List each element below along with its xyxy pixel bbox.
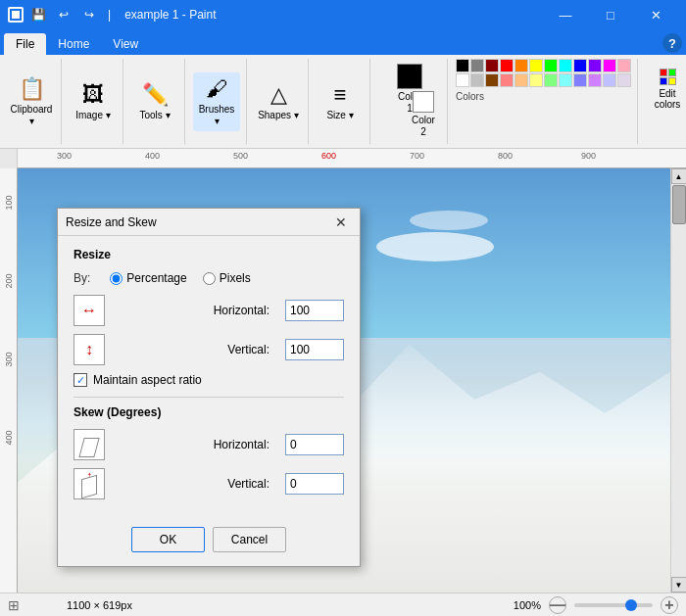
horizontal-skew-icon-box: ↔ (74, 429, 105, 460)
ruler-tick: 700 (410, 151, 424, 161)
skew-parallelogram-v-icon (81, 475, 97, 498)
help-button[interactable]: ? (662, 33, 682, 53)
dimensions-display: 1100 × 619px (67, 599, 132, 611)
dialog-footer: OK Cancel (58, 519, 360, 566)
maintain-aspect-ratio-checkbox[interactable]: ✓ (74, 373, 87, 387)
ruler-tick: 600 (321, 151, 336, 161)
vertical-skew-input[interactable] (285, 473, 344, 495)
dialog-close-button[interactable]: ✕ (330, 212, 352, 233)
ribbon-group-edit-colors: Edit colors (640, 59, 686, 144)
ruler-tick: 500 (233, 151, 248, 161)
palette-cell[interactable] (485, 59, 499, 72)
scroll-track[interactable] (671, 184, 686, 577)
clipboard-button[interactable]: 📋 Clipboard (8, 72, 55, 131)
size-label: Size (326, 110, 353, 121)
maintain-aspect-ratio-label[interactable]: ✓ Maintain aspect ratio (74, 373, 344, 387)
edit-colors-button[interactable]: Edit colors (646, 59, 686, 119)
tools-button[interactable]: ✏️ Tools (131, 72, 178, 131)
tools-icon: ✏️ (142, 82, 169, 108)
close-button[interactable]: ✕ (633, 0, 678, 29)
tab-home[interactable]: Home (46, 33, 101, 55)
size-button[interactable]: ≡ Size (317, 72, 364, 131)
palette-cell[interactable] (514, 73, 528, 87)
shapes-button[interactable]: △ Shapes (255, 72, 302, 131)
status-left: ⊞ 1100 × 619px (8, 597, 502, 613)
title-bar: 💾 ↩ ↪ | example 1 - Paint — □ ✕ (0, 0, 686, 29)
pixels-radio-label[interactable]: Pixels (203, 271, 251, 285)
palette-cell[interactable] (544, 59, 558, 72)
palette-cell[interactable] (588, 73, 602, 87)
palette-cell[interactable] (470, 73, 484, 87)
palette-cell[interactable] (544, 73, 558, 87)
palette-cell[interactable] (559, 73, 572, 87)
palette-cell[interactable] (529, 73, 543, 87)
palette-cell[interactable] (485, 73, 499, 87)
save-quick-btn[interactable]: 💾 (27, 4, 49, 25)
ruler-tick-v: 300 (4, 352, 14, 366)
canvas-area: 100 200 300 400 Resize and Skew ✕ Resize (0, 168, 686, 592)
ruler-tick: 900 (581, 151, 596, 161)
color2-label: Color 2 (412, 115, 435, 138)
vertical-resize-icon-box: ↕ (74, 334, 105, 365)
pixels-radio[interactable] (203, 272, 216, 285)
cancel-button[interactable]: Cancel (213, 527, 286, 552)
zoom-in-button[interactable]: + (661, 596, 678, 614)
tab-view[interactable]: View (101, 33, 150, 55)
zoom-thumb[interactable] (625, 599, 637, 611)
colors-group-label: Colors (456, 91, 484, 102)
image-button[interactable]: 🖼 Image (70, 72, 117, 131)
canvas-background: Resize and Skew ✕ Resize By: Percentage (18, 168, 670, 592)
percentage-radio-label[interactable]: Percentage (110, 271, 186, 285)
palette-cell[interactable] (617, 73, 631, 87)
tools-label: Tools (139, 110, 170, 121)
palette-cell[interactable] (500, 73, 514, 87)
status-resize-icon[interactable]: ⊞ (8, 597, 20, 613)
horizontal-resize-row: ↔ Horizontal: (74, 295, 344, 326)
skew-parallelogram-icon (78, 438, 99, 457)
ok-button[interactable]: OK (131, 527, 205, 552)
palette-cell[interactable] (559, 59, 572, 72)
vertical-resize-input[interactable] (285, 339, 344, 360)
palette-cell[interactable] (573, 73, 587, 87)
palette-cell[interactable] (514, 59, 528, 72)
undo-quick-btn[interactable]: ↩ (53, 4, 74, 25)
dialog-title: Resize and Skew (66, 215, 330, 229)
window-title: example 1 - Paint (124, 8, 537, 22)
palette-cell[interactable] (500, 59, 514, 72)
minimize-button[interactable]: — (543, 0, 588, 29)
palette-cell[interactable] (529, 59, 543, 72)
scroll-down-button[interactable]: ▼ (671, 577, 687, 592)
horizontal-resize-input[interactable] (285, 300, 344, 321)
palette-cell[interactable] (456, 59, 469, 72)
scroll-thumb[interactable] (672, 185, 686, 224)
maximize-button[interactable]: □ (588, 0, 633, 29)
scroll-up-button[interactable]: ▲ (671, 168, 687, 184)
vertical-scrollbar: ▲ ▼ (670, 168, 686, 592)
brushes-button[interactable]: 🖌 Brushes (193, 72, 240, 131)
ribbon-tab-bar: File Home View ? (0, 29, 686, 55)
percentage-radio[interactable] (110, 272, 122, 285)
horizontal-skew-input[interactable] (285, 434, 344, 455)
horizontal-resize-arrow-icon: ↔ (81, 302, 97, 319)
palette-cell[interactable] (603, 73, 616, 87)
resize-section-title: Resize (74, 248, 344, 261)
ribbon: 📋 Clipboard 🖼 Image ✏️ Tools 🖌 Brushes (0, 55, 686, 149)
color2-button[interactable]: Color 2 (404, 84, 443, 145)
ribbon-group-brushes: 🖌 Brushes (187, 59, 247, 144)
ribbon-group-clipboard: 📋 Clipboard (2, 59, 62, 144)
vertical-resize-label: Vertical: (113, 343, 270, 356)
palette-cell[interactable] (456, 73, 469, 87)
palette-cell[interactable] (588, 59, 602, 72)
ribbon-group-colors: Color 1 Color 2 (372, 59, 448, 144)
ruler-corner (0, 149, 18, 168)
horizontal-resize-label: Horizontal: (113, 304, 270, 317)
color2-swatch (413, 91, 434, 113)
zoom-out-button[interactable]: — (549, 596, 566, 614)
palette-cell[interactable] (470, 59, 484, 72)
tab-file[interactable]: File (4, 33, 46, 55)
zoom-slider[interactable] (574, 603, 653, 607)
redo-quick-btn[interactable]: ↪ (78, 4, 100, 25)
palette-cell[interactable] (573, 59, 587, 72)
palette-cell[interactable] (603, 59, 616, 72)
palette-cell[interactable] (617, 59, 631, 72)
